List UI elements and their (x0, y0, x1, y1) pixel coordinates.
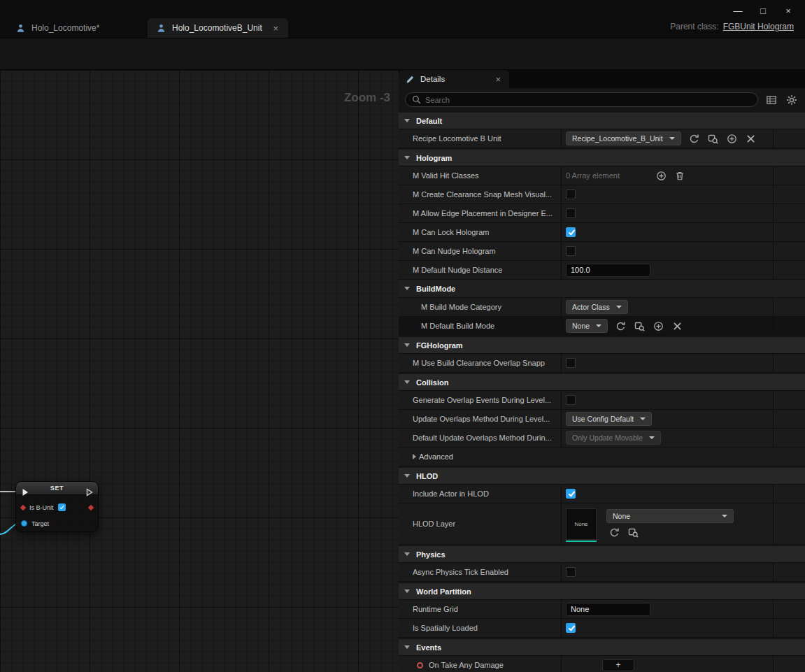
display-options-grid-icon[interactable] (764, 93, 778, 107)
property-value-cell (561, 600, 773, 618)
set-node[interactable]: SET Is B-Unit T (15, 481, 99, 532)
property-row-default-update-overlaps-method-durin: Default Update Overlaps Method Durin...O… (399, 429, 805, 448)
reset-column (773, 204, 805, 222)
dropdown[interactable]: None (566, 319, 608, 333)
checkbox[interactable] (566, 395, 576, 405)
property-value-cell (561, 185, 773, 203)
property-name-cell: On Take Any Damage (399, 656, 561, 672)
exec-out-pin[interactable] (86, 488, 94, 496)
plus-icon[interactable] (655, 169, 667, 182)
parent-class: Parent class: FGBUnit Hologram (670, 22, 794, 31)
settings-gear-icon[interactable] (785, 93, 799, 107)
property-name-cell: Recipe Locomotive B Unit (399, 129, 561, 148)
checkbox[interactable] (566, 208, 576, 218)
property-row-m-use-build-clearance-overlap-snapp: M Use Build Clearance Overlap Snapp (399, 354, 805, 373)
details-search-row (399, 88, 805, 111)
tab-close-icon[interactable]: × (271, 23, 280, 34)
property-name-cell: M Allow Edge Placement in Designer E... (399, 204, 561, 222)
plus-icon[interactable] (725, 132, 738, 145)
checkbox[interactable] (566, 567, 576, 577)
checkbox[interactable] (566, 358, 576, 368)
minimize-button[interactable]: — (725, 2, 750, 19)
trash-icon[interactable] (674, 169, 686, 182)
pin-label: Is B-Unit (29, 504, 54, 511)
tab-holo-locomotiveb-unit[interactable]: Holo_LocomotiveB_Unit × (148, 18, 288, 38)
chevron-down-icon (404, 156, 410, 159)
property-name-cell: M Build Mode Category (399, 298, 561, 316)
advanced-label: Advanced (419, 452, 453, 461)
browse-icon[interactable] (706, 132, 719, 145)
checkbox[interactable] (566, 489, 576, 499)
hlod-layer-thumbnail[interactable]: None (566, 508, 597, 540)
property-row-include-actor-in-hlod: Include Actor in HLOD (399, 485, 805, 503)
search-box[interactable] (405, 92, 758, 107)
blueprint-icon (156, 23, 166, 34)
search-input[interactable] (425, 96, 751, 104)
property-row-m-can-lock-hologram: M Can Lock Hologram (399, 223, 805, 242)
tab-details[interactable]: Details × (399, 70, 509, 88)
dropdown[interactable]: None (606, 509, 734, 523)
exec-in-pin[interactable] (22, 488, 29, 496)
bool-output-pin[interactable] (88, 504, 94, 510)
blueprint-graph-canvas[interactable]: Zoom -3 SET Is B-Unit (0, 70, 399, 672)
plus-icon[interactable] (652, 320, 664, 332)
tab-holo-locomotive[interactable]: Holo_Locomotive* (7, 18, 148, 38)
property-name-cell: M Use Build Clearance Overlap Snapp (399, 354, 561, 372)
category-header-hlod[interactable]: HLOD (399, 468, 805, 485)
use-asset-icon[interactable] (608, 527, 620, 539)
event-label: On Take Any Damage (429, 661, 504, 669)
advanced-expander[interactable]: Advanced (399, 448, 805, 466)
property-value-cell (561, 563, 773, 581)
pencil-icon (406, 75, 415, 84)
clear-icon[interactable] (671, 320, 683, 332)
clear-icon[interactable] (744, 132, 757, 145)
property-name-cell: HLOD Layer (399, 503, 561, 544)
event-row: On Take Any Damage+ (399, 656, 805, 672)
text-field[interactable] (566, 603, 650, 616)
property-value-cell: None (561, 317, 773, 335)
dropdown[interactable]: Use Config Default (566, 412, 652, 426)
chevron-down-icon (404, 287, 410, 290)
chevron-down-icon (596, 324, 601, 327)
property-name-cell: M Valid Hit Classes (399, 166, 561, 185)
parent-class-link[interactable]: FGBUnit Hologram (723, 22, 794, 31)
chevron-down-icon (404, 343, 410, 347)
dropdown[interactable]: Recipe_Locomotive_B_Unit (566, 131, 681, 145)
property-name-cell: M Can Lock Hologram (399, 223, 561, 241)
category-header-default[interactable]: Default (399, 113, 805, 129)
add-event-button[interactable]: + (602, 659, 634, 671)
text-field[interactable] (566, 264, 650, 277)
bool-input-pin[interactable] (20, 504, 26, 510)
checkbox[interactable] (566, 623, 576, 633)
checkbox[interactable] (566, 190, 576, 199)
category-header-hologram[interactable]: Hologram (399, 150, 805, 166)
category-header-fghologram[interactable]: FGHologram (399, 337, 805, 354)
use-asset-icon[interactable] (614, 320, 627, 332)
pin-value-checkbox[interactable] (58, 503, 66, 511)
checkbox[interactable] (566, 246, 576, 256)
browse-icon[interactable] (633, 320, 646, 332)
array-count-label: 0 Array element (566, 171, 620, 180)
category-label: World Partition (416, 587, 471, 596)
details-tab-close-icon[interactable]: × (494, 74, 502, 85)
browse-icon[interactable] (627, 527, 639, 539)
reset-column (773, 354, 805, 372)
category-header-physics[interactable]: Physics (399, 546, 805, 563)
use-asset-icon[interactable] (688, 132, 700, 145)
property-list: DefaultRecipe Locomotive B UnitRecipe_Lo… (399, 111, 805, 672)
checkbox[interactable] (566, 227, 576, 237)
category-header-world-partition[interactable]: World Partition (399, 583, 805, 600)
category-header-events[interactable]: Events (399, 639, 805, 656)
target-input-pin[interactable] (21, 520, 27, 527)
property-label: M Build Mode Category (421, 303, 501, 311)
property-label: M Use Build Clearance Overlap Snapp (413, 359, 545, 367)
property-label: M Can Lock Hologram (413, 228, 489, 236)
reset-column (773, 429, 805, 447)
dropdown[interactable]: Actor Class (566, 300, 628, 314)
property-row-m-build-mode-category: M Build Mode CategoryActor Class (399, 298, 805, 317)
category-header-collision[interactable]: Collision (399, 374, 805, 391)
maximize-button[interactable]: □ (750, 2, 776, 19)
category-header-buildmode[interactable]: BuildMode (399, 280, 805, 298)
parent-class-label: Parent class: (670, 22, 718, 31)
close-button[interactable]: × (776, 2, 801, 19)
